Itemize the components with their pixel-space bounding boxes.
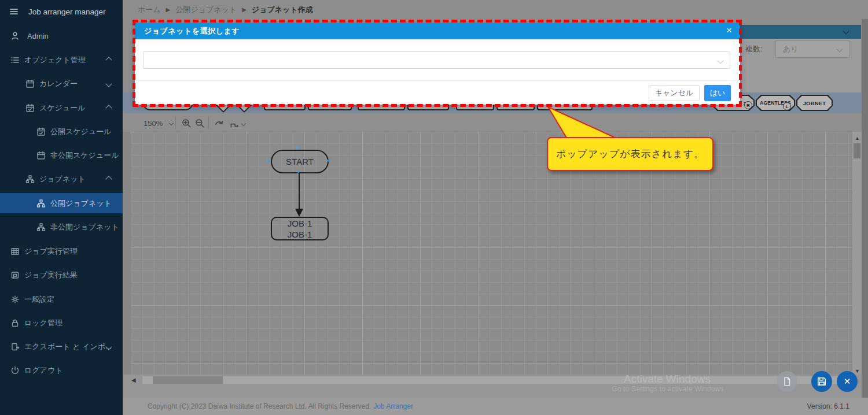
chevron-up-icon bbox=[105, 57, 112, 63]
sidebar-item-label: ジョブネット bbox=[39, 174, 86, 184]
sidebar-item-label: オブジェクト管理 bbox=[24, 55, 86, 65]
connector-point-icon[interactable]: × bbox=[326, 158, 329, 164]
chevron-down-icon bbox=[843, 28, 849, 34]
sidebar-item-public-schedule[interactable]: 公開スケジュール bbox=[0, 125, 123, 139]
export-import-icon bbox=[10, 342, 20, 351]
calendar-check-icon bbox=[25, 103, 35, 113]
user-icon bbox=[10, 31, 20, 40]
sidebar-item-label: ロック管理 bbox=[24, 318, 62, 328]
breadcrumb-home[interactable]: ホーム bbox=[138, 5, 161, 15]
multiple-select-value: あり bbox=[783, 44, 799, 54]
sidebar: Job arranger manager Admin オブジェクト管理 カレンダ… bbox=[0, 0, 123, 415]
close-icon: ✕ bbox=[844, 376, 851, 387]
chevron-up-icon bbox=[105, 105, 112, 111]
breadcrumb-separator-icon: ▶ bbox=[166, 6, 171, 13]
sidebar-item-label: 公開スケジュール bbox=[50, 127, 112, 137]
menu-icon[interactable] bbox=[9, 7, 21, 16]
scroll-left-icon[interactable]: ◀ bbox=[131, 377, 136, 383]
job-node-id: JOB-1 bbox=[288, 218, 312, 229]
annotation-highlight-rect bbox=[133, 20, 742, 107]
sidebar-item-object-management[interactable]: オブジェクト管理 bbox=[0, 53, 123, 67]
connector-point-icon[interactable]: × bbox=[267, 158, 270, 164]
sitemap-icon bbox=[25, 175, 35, 184]
gear-icon bbox=[10, 295, 20, 304]
zoom-level-select[interactable]: 150% bbox=[144, 119, 173, 128]
zoom-out-button[interactable] bbox=[194, 118, 205, 131]
multiple-select[interactable]: あり bbox=[775, 40, 849, 58]
sidebar-item-label: スケジュール bbox=[39, 103, 86, 113]
chevron-down-icon bbox=[105, 80, 112, 87]
job-arranger-link[interactable]: Job Arranger bbox=[373, 402, 413, 410]
chevron-down-icon bbox=[836, 46, 843, 52]
lock-icon bbox=[10, 318, 20, 328]
canvas-margin bbox=[123, 132, 131, 375]
breadcrumb-public-jobnet[interactable]: 公開ジョブネット bbox=[175, 5, 237, 15]
toolbar-jobnet-label: JOBNET bbox=[796, 95, 833, 111]
flow-edge-arrowhead bbox=[295, 209, 303, 217]
calendar-icon bbox=[25, 79, 35, 88]
zoom-in-button[interactable] bbox=[181, 118, 192, 131]
page-document-button[interactable] bbox=[777, 371, 797, 392]
activate-windows-watermark-sub: Go to Settings to activate Windows. bbox=[612, 385, 726, 393]
sitemap-icon bbox=[36, 223, 46, 232]
scroll-up-icon[interactable]: ▲ bbox=[855, 136, 860, 141]
callout-pointer bbox=[544, 105, 625, 140]
copyright-text: Copyright (C) 2023 Daiwa Institute of Re… bbox=[148, 402, 371, 410]
vertical-scrollbar-thumb[interactable] bbox=[854, 143, 860, 158]
user-row: Admin bbox=[0, 29, 123, 43]
sitemap-icon bbox=[36, 199, 46, 208]
flow-edge[interactable] bbox=[299, 173, 300, 209]
toolbar-jobnet-button[interactable]: JOBNET bbox=[796, 95, 833, 111]
horizontal-scrollbar[interactable] bbox=[142, 376, 849, 384]
sidebar-item-export-import[interactable]: エクスポート と インポ... bbox=[0, 340, 123, 354]
sidebar-item-schedule[interactable]: スケジュール bbox=[0, 101, 123, 115]
sidebar-item-label: エクスポート と インポ... bbox=[24, 342, 112, 352]
sidebar-item-label: 一般設定 bbox=[24, 294, 54, 305]
chevron-down-icon bbox=[169, 121, 174, 125]
sidebar-item-jobnet[interactable]: ジョブネット bbox=[0, 172, 123, 186]
calendar-check-icon bbox=[36, 127, 46, 136]
sidebar-item-label: 非公開ジョブネット bbox=[50, 222, 119, 232]
flow-canvas[interactable] bbox=[131, 132, 852, 375]
footer: Copyright (C) 2023 Daiwa Institute of Re… bbox=[123, 398, 868, 415]
connector-tool-button[interactable] bbox=[229, 118, 240, 131]
horizontal-scrollbar-thumb[interactable] bbox=[153, 376, 223, 384]
sidebar-item-general-settings[interactable]: 一般設定 bbox=[0, 292, 123, 306]
scroll-down-icon[interactable]: ▼ bbox=[855, 369, 860, 374]
badge-l: L bbox=[783, 102, 791, 110]
sidebar-item-calendar[interactable]: カレンダー bbox=[0, 77, 123, 91]
user-name: Admin bbox=[27, 32, 49, 40]
sidebar-item-private-jobnet[interactable]: 非公開ジョブネット bbox=[0, 220, 123, 234]
table-icon bbox=[10, 247, 20, 256]
sidebar-item-label: ジョブ実行管理 bbox=[24, 246, 78, 257]
report-icon bbox=[10, 271, 20, 280]
sidebar-item-private-schedule[interactable]: 非公開スケジュール bbox=[0, 149, 123, 162]
badge-r: R bbox=[744, 101, 752, 109]
sidebar-item-label: カレンダー bbox=[39, 79, 78, 89]
sidebar-item-lock-management[interactable]: ロック管理 bbox=[0, 316, 123, 330]
job-node-name: JOB-1 bbox=[288, 229, 312, 240]
window-right-edge bbox=[862, 19, 868, 398]
connector-point-icon[interactable]: × bbox=[297, 146, 300, 151]
sidebar-item-job-exec-result[interactable]: ジョブ実行結果 bbox=[0, 268, 123, 282]
sidebar-item-label: ログアウト bbox=[24, 365, 63, 376]
zoom-level-value: 150% bbox=[144, 119, 163, 128]
breadcrumb: ホーム ▶ 公開ジョブネット ▶ ジョブネット作成 bbox=[123, 0, 868, 19]
breadcrumb-current: ジョブネット作成 bbox=[252, 5, 313, 15]
close-canvas-button[interactable]: ✕ bbox=[837, 371, 858, 392]
callout-bubble: ポップアップが表示されます。 bbox=[547, 137, 713, 171]
activate-windows-watermark: Activate Windows bbox=[624, 373, 711, 386]
save-button[interactable] bbox=[811, 371, 832, 392]
sidebar-item-label: ジョブ実行結果 bbox=[24, 270, 78, 280]
sidebar-item-public-jobnet[interactable]: 公開ジョブネット bbox=[0, 193, 123, 213]
sidebar-item-logout[interactable]: ログアウト bbox=[0, 364, 123, 377]
sidebar-item-job-exec-management[interactable]: ジョブ実行管理 bbox=[0, 244, 123, 258]
vertical-scrollbar[interactable] bbox=[852, 132, 862, 375]
app-title: Job arranger manager bbox=[28, 8, 106, 16]
start-node-label: START bbox=[286, 157, 314, 166]
app-window: Job arranger manager Admin オブジェクト管理 カレンダ… bbox=[0, 0, 868, 415]
sidebar-item-label: 非公開スケジュール bbox=[50, 150, 119, 161]
job-node[interactable]: JOB-1 JOB-1 bbox=[271, 217, 329, 240]
undo-button[interactable] bbox=[214, 118, 224, 131]
multiple-label: 複数: bbox=[745, 44, 763, 54]
